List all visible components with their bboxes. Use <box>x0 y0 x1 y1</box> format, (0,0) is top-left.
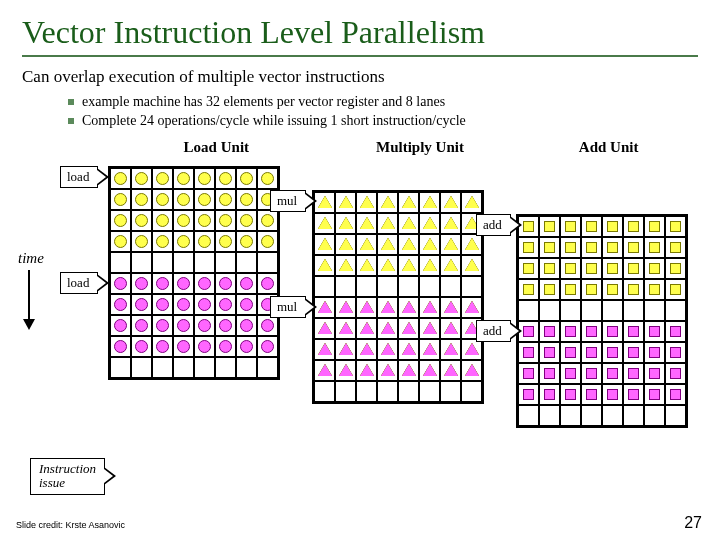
mul-label-1: mul <box>270 190 306 212</box>
page-title: Vector Instruction Level Parallelism <box>22 14 698 51</box>
divider <box>22 55 698 57</box>
load-unit-header: Load Unit <box>122 139 311 156</box>
add-unit-grid <box>516 214 688 428</box>
load-label-1: load <box>60 166 98 188</box>
time-arrow-icon <box>28 270 30 320</box>
add-label-2: add <box>476 320 511 342</box>
unit-headers: Load Unit Multiply Unit Add Unit <box>122 139 698 156</box>
load-label-2: load <box>60 272 98 294</box>
add-unit-header: Add Unit <box>519 139 698 156</box>
time-label: time <box>18 250 44 267</box>
multiply-unit-header: Multiply Unit <box>321 139 520 156</box>
instruction-issue-label: Instruction issue <box>30 458 105 495</box>
add-label-1: add <box>476 214 511 236</box>
mul-label-2: mul <box>270 296 306 318</box>
bullet-item: example machine has 32 elements per vect… <box>68 93 698 112</box>
intro-text: Can overlap execution of multiple vector… <box>22 67 698 87</box>
multiply-unit-grid <box>312 190 484 404</box>
pipeline-diagram: time load load mul mul add add <box>22 160 698 440</box>
page-number: 27 <box>684 514 702 532</box>
load-unit-grid <box>108 166 280 380</box>
bullet-list: example machine has 32 elements per vect… <box>68 93 698 131</box>
slide-credit: Slide credit: Krste Asanovic <box>16 520 125 530</box>
bullet-item: Complete 24 operations/cycle while issui… <box>68 112 698 131</box>
